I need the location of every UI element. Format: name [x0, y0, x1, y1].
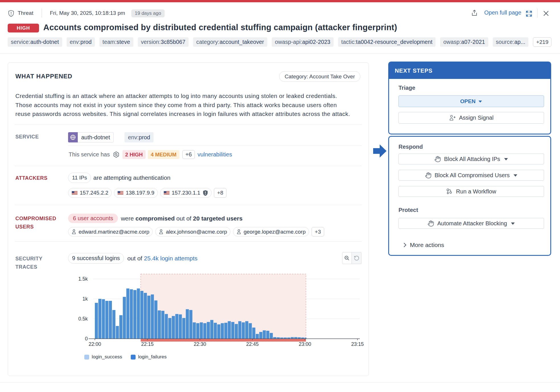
svg-text:1k: 1k: [83, 296, 88, 302]
svg-text:22:45: 22:45: [246, 341, 259, 346]
svg-text:0.5k: 0.5k: [78, 316, 88, 322]
svg-text:23:00: 23:00: [299, 341, 311, 346]
svg-text:22:30: 22:30: [194, 341, 206, 346]
svg-text:22:00: 22:00: [89, 341, 101, 346]
svg-text:0: 0: [85, 336, 88, 342]
svg-text:22:15: 22:15: [141, 341, 154, 346]
svg-text:1.5k: 1.5k: [78, 276, 88, 282]
svg-text:23:15: 23:15: [351, 341, 364, 346]
